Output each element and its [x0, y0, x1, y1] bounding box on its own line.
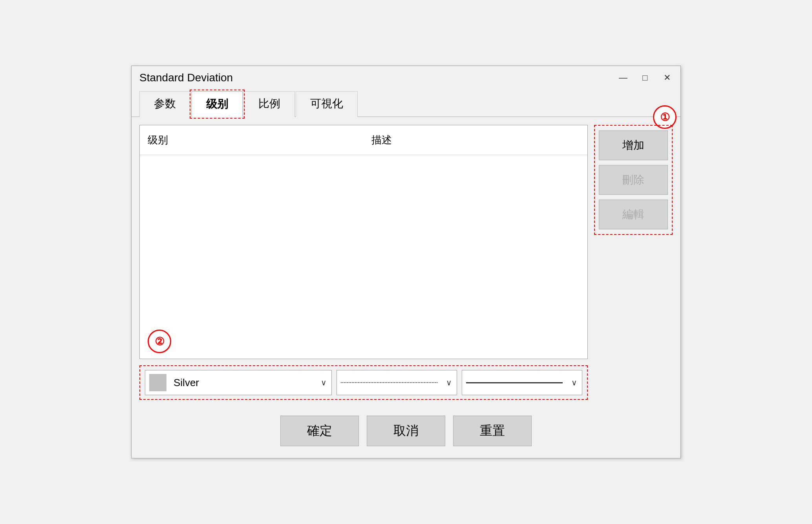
- col-description: 描述: [364, 129, 587, 151]
- delete-button[interactable]: 刪除: [599, 165, 668, 195]
- tab-params[interactable]: 参数: [139, 91, 190, 117]
- tab-level[interactable]: 级别: [191, 91, 243, 117]
- maximize-button[interactable]: □: [638, 71, 652, 85]
- line-weight-arrow: ∨: [567, 378, 582, 387]
- right-wrapper: ① 增加 刪除 編輯: [594, 125, 673, 400]
- annotation-2: ②: [148, 330, 171, 353]
- edit-button[interactable]: 編輯: [599, 200, 668, 229]
- dropdowns-row: Silver ∨ ∨ ∨: [139, 365, 588, 400]
- solid-line-preview: [466, 382, 563, 383]
- line-style-arrow: ∨: [441, 378, 457, 387]
- table-header: 级别 描述: [140, 125, 587, 155]
- reset-button[interactable]: 重置: [453, 416, 532, 446]
- window-controls: — □ ✕: [616, 71, 674, 85]
- color-dropdown-arrow: ∨: [316, 378, 331, 387]
- content-area: 级别 描述 ② Silver ∨ ∨: [132, 117, 680, 408]
- main-window: Standard Deviation — □ ✕ 参数 级别 比例 可視化 级别: [131, 66, 681, 458]
- minimize-button[interactable]: —: [616, 71, 630, 85]
- right-panel: 增加 刪除 編輯: [594, 125, 673, 235]
- level-table: 级别 描述 ②: [139, 125, 588, 359]
- tabs-bar: 参数 级别 比例 可視化: [132, 90, 680, 117]
- line-weight-dropdown[interactable]: ∨: [462, 370, 582, 395]
- color-swatch: [149, 374, 166, 391]
- line-style-dropdown[interactable]: ∨: [337, 370, 457, 395]
- dotted-line-preview: [341, 382, 437, 383]
- tab-scale[interactable]: 比例: [244, 91, 295, 117]
- window-title: Standard Deviation: [139, 71, 233, 84]
- title-bar: Standard Deviation — □ ✕: [132, 66, 680, 88]
- tab-visualization[interactable]: 可視化: [296, 91, 358, 117]
- footer-buttons: 確定 取消 重置: [132, 408, 680, 458]
- main-panel: 级别 描述 ② Silver ∨ ∨: [139, 125, 588, 400]
- color-value: Silver: [170, 377, 316, 389]
- confirm-button[interactable]: 確定: [280, 416, 359, 446]
- col-level: 级别: [140, 129, 364, 151]
- close-button[interactable]: ✕: [660, 71, 674, 85]
- add-button[interactable]: 增加: [599, 130, 668, 160]
- color-dropdown[interactable]: Silver ∨: [145, 370, 332, 395]
- cancel-button[interactable]: 取消: [367, 416, 445, 446]
